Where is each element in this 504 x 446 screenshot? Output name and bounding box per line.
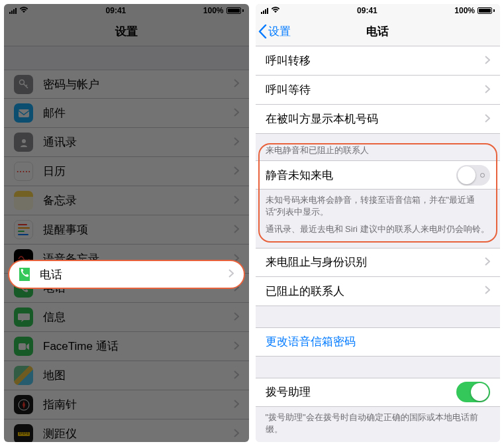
chevron-right-icon xyxy=(234,137,239,148)
row-label: 在被叫方显示本机号码 xyxy=(266,111,485,127)
nav-bar: 设置 xyxy=(4,17,249,46)
row-blocked-contacts[interactable]: 已阻止的联系人 xyxy=(256,277,501,306)
nav-bar: 设置 电话 xyxy=(256,17,501,46)
row-show-caller-id[interactable]: 在被叫方显示本机号码 xyxy=(256,105,501,134)
row-label: 拨号助理 xyxy=(266,384,457,400)
row-label: 备忘录 xyxy=(43,193,234,208)
highlight-phone-row[interactable]: 电话 xyxy=(8,260,245,289)
row-label: 日历 xyxy=(43,164,234,179)
status-time: 09:41 xyxy=(357,6,378,15)
toggle-dial-assist[interactable] xyxy=(456,382,490,402)
chevron-right-icon xyxy=(234,195,239,206)
chevron-right-icon xyxy=(485,286,490,296)
compass-icon xyxy=(14,395,33,414)
svg-point-0 xyxy=(19,80,24,85)
row-call-waiting[interactable]: 呼叫等待 xyxy=(256,76,501,105)
toggle-silence-unknown[interactable] xyxy=(456,165,490,186)
settings-screen: 09:41 100% 设置 密码与帐户 xyxy=(4,4,249,442)
settings-row-contacts[interactable]: 通讯录 xyxy=(4,128,249,157)
reminders-icon xyxy=(14,220,33,239)
calendar-icon: • • • • • xyxy=(14,162,33,181)
status-bar: 09:41 100% xyxy=(4,4,249,17)
back-label: 设置 xyxy=(268,24,291,39)
settings-row-mail[interactable]: 邮件 xyxy=(4,99,249,128)
chevron-right-icon xyxy=(234,79,239,89)
section-header-silence: 来电静音和已阻止的联系人 xyxy=(256,134,501,160)
settings-row-reminders[interactable]: 提醒事项 xyxy=(4,215,249,245)
settings-row-passwords[interactable]: 密码与帐户 xyxy=(4,70,249,99)
row-call-forwarding[interactable]: 呼叫转移 xyxy=(256,46,501,76)
row-label: 密码与帐户 xyxy=(43,77,234,92)
row-label: FaceTime 通话 xyxy=(43,339,234,354)
row-label: 信息 xyxy=(43,309,234,325)
chevron-right-icon xyxy=(234,166,239,177)
settings-row-messages[interactable]: 信息 xyxy=(4,303,249,332)
svg-rect-3 xyxy=(19,343,26,350)
row-change-voicemail-password[interactable]: 更改语音信箱密码 xyxy=(256,327,501,357)
signal-icon xyxy=(9,7,17,14)
key-icon xyxy=(14,75,33,94)
row-label: 邮件 xyxy=(43,105,234,121)
messages-icon xyxy=(14,307,33,327)
chevron-right-icon xyxy=(234,225,239,235)
row-label: 来电阻止与身份识别 xyxy=(266,254,485,270)
chevron-right-icon xyxy=(234,108,239,119)
measure-icon xyxy=(14,424,33,442)
mail-icon xyxy=(14,103,33,123)
battery-icon xyxy=(227,7,244,14)
chevron-right-icon xyxy=(485,114,490,125)
page-title: 电话 xyxy=(366,24,389,39)
battery-percent: 100% xyxy=(203,6,224,15)
status-time: 09:41 xyxy=(106,6,126,15)
battery-percent: 100% xyxy=(454,6,475,15)
settings-row-facetime[interactable]: FaceTime 通话 xyxy=(4,332,249,361)
row-label: 指南针 xyxy=(43,397,234,412)
chevron-right-icon xyxy=(234,370,239,381)
maps-icon xyxy=(14,366,33,385)
contacts-icon xyxy=(14,133,33,152)
wifi-icon xyxy=(19,6,28,15)
wifi-icon xyxy=(271,6,280,15)
chevron-right-icon xyxy=(234,429,239,439)
row-label: 地图 xyxy=(43,368,234,383)
section-footer-silence-2: 通讯录、最近去电和 Siri 建议中的联系人来电时仍会响铃。 xyxy=(256,223,501,241)
row-label: 通讯录 xyxy=(43,135,234,150)
row-silence-unknown[interactable]: 静音未知来电 xyxy=(256,160,501,190)
section-footer-silence-1: 未知号码来电将会静音，转接至语音信箱，并在"最近通话"列表中显示。 xyxy=(256,190,501,223)
back-button[interactable]: 设置 xyxy=(258,24,291,39)
row-label: 电话 xyxy=(40,267,228,282)
chevron-right-icon xyxy=(234,400,239,410)
chevron-right-icon xyxy=(485,56,490,66)
facetime-icon xyxy=(14,337,33,356)
row-label: 已阻止的联系人 xyxy=(266,284,485,299)
row-call-blocking[interactable]: 来电阻止与身份识别 xyxy=(256,248,501,277)
row-dial-assist[interactable]: 拨号助理 xyxy=(256,378,501,407)
settings-row-maps[interactable]: 地图 xyxy=(4,361,249,390)
svg-point-2 xyxy=(22,139,26,143)
chevron-right-icon xyxy=(485,257,490,268)
status-bar: 09:41 100% xyxy=(256,4,501,17)
chevron-right-icon xyxy=(485,85,490,95)
page-title: 设置 xyxy=(115,24,138,39)
row-label: 呼叫等待 xyxy=(266,82,485,97)
row-label: 测距仪 xyxy=(43,426,234,441)
row-label: 静音未知来电 xyxy=(266,168,457,183)
settings-row-notes[interactable]: 备忘录 xyxy=(4,186,249,215)
settings-row-compass[interactable]: 指南针 xyxy=(4,390,249,419)
settings-row-measure[interactable]: 测距仪 xyxy=(4,419,249,442)
notes-icon xyxy=(14,191,33,210)
signal-icon xyxy=(261,7,268,14)
svg-rect-1 xyxy=(19,109,29,117)
phone-settings-screen: 09:41 100% 设置 电话 呼叫转移 呼叫等待 xyxy=(256,4,501,442)
chevron-right-icon xyxy=(234,312,239,323)
row-label: 更改语音信箱密码 xyxy=(266,334,491,349)
settings-row-calendar[interactable]: • • • • • 日历 xyxy=(4,157,249,186)
row-label: 呼叫转移 xyxy=(266,53,485,68)
row-label: 提醒事项 xyxy=(43,222,234,237)
chevron-right-icon xyxy=(228,269,234,280)
chevron-right-icon xyxy=(234,341,239,352)
phone-icon xyxy=(19,268,30,281)
battery-icon xyxy=(478,7,495,14)
section-footer-dial: "拨号助理"会在拨号时自动确定正确的国际或本地电话前缀。 xyxy=(256,407,501,441)
